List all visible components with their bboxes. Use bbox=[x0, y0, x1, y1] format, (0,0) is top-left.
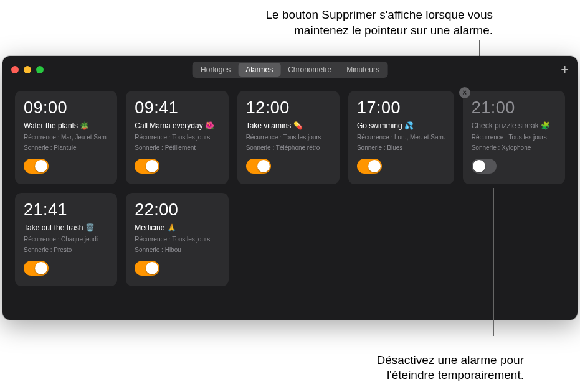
alarm-card[interactable]: 22:00Medicine 🙏Récurrence : Tous les jou… bbox=[126, 193, 228, 286]
alarm-sound: Sonnerie : Téléphone rétro bbox=[246, 144, 331, 151]
toggle-knob bbox=[146, 262, 158, 274]
alarm-time: 21:00 bbox=[472, 98, 556, 118]
tab-alarmes[interactable]: Alarmes bbox=[238, 63, 280, 77]
delete-alarm-button[interactable]: × bbox=[459, 87, 470, 98]
alarm-label: Call Mama everyday 🌺 bbox=[135, 121, 219, 130]
alarm-label: Check puzzle streak 🧩 bbox=[472, 121, 556, 130]
callout-disable-alarm: Désactivez une alarme pour l'éteindre te… bbox=[376, 353, 524, 383]
alarm-card[interactable]: ×21:00Check puzzle streak 🧩Récurrence : … bbox=[463, 91, 565, 184]
alarm-time: 09:41 bbox=[135, 98, 219, 118]
alarm-label: Water the plants 🪴 bbox=[24, 121, 108, 130]
alarm-recurrence: Récurrence : Mar, Jeu et Sam bbox=[24, 134, 108, 141]
alarm-recurrence: Récurrence : Tous les jours bbox=[135, 236, 219, 243]
alarm-time: 09:00 bbox=[24, 98, 108, 118]
alarm-card[interactable]: 17:00Go swimming 💦Récurrence : Lun., Mer… bbox=[348, 91, 454, 184]
titlebar: Horloges Alarmes Chronomètre Minuteurs + bbox=[2, 56, 578, 83]
tab-chronometre[interactable]: Chronomètre bbox=[280, 63, 339, 77]
alarm-toggle[interactable] bbox=[246, 159, 271, 174]
alarm-card[interactable]: 09:41Call Mama everyday 🌺Récurrence : To… bbox=[126, 91, 228, 184]
alarm-label: Take out the trash 🗑️ bbox=[24, 223, 108, 232]
toggle-knob bbox=[257, 160, 270, 172]
alarm-card[interactable]: 09:00Water the plants 🪴Récurrence : Mar,… bbox=[15, 91, 117, 184]
callout-delete-button: Le bouton Supprimer s'affiche lorsque vo… bbox=[266, 7, 493, 38]
tab-horloges[interactable]: Horloges bbox=[193, 63, 238, 77]
mode-tabs: Horloges Alarmes Chronomètre Minuteurs bbox=[192, 62, 388, 78]
alarm-sound: Sonnerie : Blues bbox=[357, 144, 445, 151]
callout-line: Le bouton Supprimer s'affiche lorsque vo… bbox=[266, 7, 493, 23]
alarms-grid: 09:00Water the plants 🪴Récurrence : Mar,… bbox=[2, 83, 578, 294]
alarm-recurrence: Récurrence : Lun., Mer. et Sam. bbox=[357, 134, 445, 141]
alarm-toggle[interactable] bbox=[357, 159, 382, 174]
alarm-toggle[interactable] bbox=[135, 261, 159, 276]
close-window-button[interactable] bbox=[11, 66, 19, 73]
alarm-recurrence: Récurrence : Chaque jeudi bbox=[24, 236, 108, 243]
alarm-time: 12:00 bbox=[246, 98, 331, 118]
add-alarm-button[interactable]: + bbox=[561, 62, 569, 78]
toggle-knob bbox=[368, 160, 381, 172]
alarm-card[interactable]: 21:41Take out the trash 🗑️Récurrence : C… bbox=[15, 193, 117, 286]
alarm-toggle[interactable] bbox=[135, 159, 159, 174]
alarm-sound: Sonnerie : Hibou bbox=[135, 246, 219, 253]
callout-line: maintenez le pointeur sur une alarme. bbox=[266, 23, 493, 39]
alarm-toggle[interactable] bbox=[472, 159, 497, 174]
alarm-sound: Sonnerie : Pétillement bbox=[135, 144, 219, 151]
window-controls bbox=[11, 66, 44, 73]
alarm-time: 22:00 bbox=[135, 200, 219, 220]
minimize-window-button[interactable] bbox=[24, 66, 31, 73]
callout-line: l'éteindre temporairement. bbox=[376, 368, 524, 383]
alarm-toggle[interactable] bbox=[24, 261, 49, 276]
toggle-knob bbox=[146, 160, 158, 172]
alarm-sound: Sonnerie : Plantule bbox=[24, 144, 108, 151]
alarm-card[interactable]: 12:00Take vitamins 💊Récurrence : Tous le… bbox=[237, 91, 340, 184]
leader-line-bottom bbox=[493, 188, 494, 336]
toggle-knob bbox=[35, 262, 47, 274]
alarm-recurrence: Récurrence : Tous les jours bbox=[472, 134, 556, 141]
alarm-sound: Sonnerie : Xylophone bbox=[472, 144, 556, 151]
toggle-knob bbox=[35, 160, 47, 172]
alarm-recurrence: Récurrence : Tous les jours bbox=[135, 134, 219, 141]
alarm-label: Go swimming 💦 bbox=[357, 121, 445, 130]
alarm-recurrence: Récurrence : Tous les jours bbox=[246, 134, 331, 141]
alarm-label: Medicine 🙏 bbox=[135, 223, 219, 232]
alarm-toggle[interactable] bbox=[24, 159, 49, 174]
alarm-time: 21:41 bbox=[24, 200, 108, 220]
toggle-knob bbox=[473, 160, 485, 172]
tab-minuteurs[interactable]: Minuteurs bbox=[339, 63, 387, 77]
callout-line: Désactivez une alarme pour bbox=[376, 353, 524, 368]
fullscreen-window-button[interactable] bbox=[36, 66, 44, 73]
alarm-time: 17:00 bbox=[357, 98, 445, 118]
alarm-label: Take vitamins 💊 bbox=[246, 121, 331, 130]
alarm-sound: Sonnerie : Presto bbox=[24, 246, 108, 253]
clock-app-window: Horloges Alarmes Chronomètre Minuteurs +… bbox=[2, 56, 578, 320]
